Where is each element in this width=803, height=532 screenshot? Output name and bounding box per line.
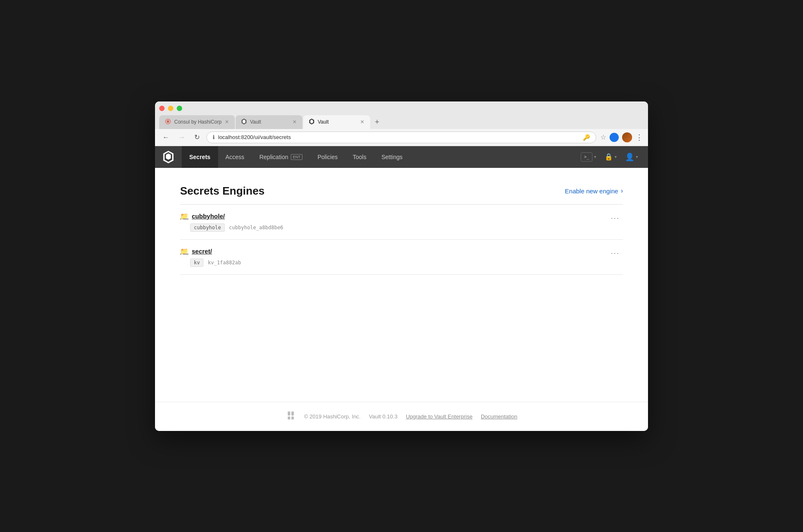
- window-controls: [159, 106, 644, 111]
- url-text: localhost:8200/ui/vault/secrets: [218, 134, 579, 140]
- address-icons: ☆ ⋮: [600, 132, 643, 142]
- consul-icon: [165, 119, 171, 126]
- engine-info-secret: 📁 secret/ kv kv_1fa882ab: [180, 247, 241, 267]
- engine-tag-secret: kv: [190, 258, 203, 267]
- terminal-button[interactable]: >_ ▾: [577, 151, 600, 163]
- engine-name-secret-label: secret/: [192, 248, 212, 255]
- user-avatar[interactable]: [622, 132, 632, 142]
- maximize-button[interactable]: [177, 106, 182, 111]
- tab-vault-2-close[interactable]: ✕: [360, 119, 364, 125]
- enable-engine-link[interactable]: Enable new engine ›: [565, 187, 623, 195]
- sync-icon: [610, 133, 619, 142]
- tab-vault-1-label: Vault: [250, 119, 261, 125]
- svg-rect-12: [291, 416, 294, 419]
- tab-vault-1-close[interactable]: ✕: [292, 119, 297, 125]
- close-button[interactable]: [159, 106, 165, 111]
- tab-vault-1[interactable]: Vault ✕: [236, 115, 302, 129]
- forward-button[interactable]: →: [176, 133, 188, 142]
- vault-tab-1-icon: [241, 119, 246, 126]
- engine-name-cubbyhole-label: cubbyhole/: [192, 213, 225, 220]
- svg-point-1: [167, 120, 169, 123]
- address-bar-row: ← → ↻ ℹ localhost:8200/ui/vault/secrets …: [155, 129, 648, 146]
- page-header: Secrets Engines Enable new engine ›: [180, 185, 623, 198]
- svg-rect-11: [287, 416, 290, 419]
- nav-right: >_ ▾ 🔒 ▾ 👤 ▾: [577, 151, 641, 163]
- ent-badge: ENT: [291, 154, 302, 160]
- terminal-chevron: ▾: [594, 155, 596, 159]
- vault-logo[interactable]: [162, 150, 175, 164]
- nav-access[interactable]: Access: [218, 146, 252, 168]
- engine-item-cubbyhole: 📁 cubbyhole/ cubbyhole cubbyhole_a8bd8be…: [180, 205, 623, 240]
- tab-consul-label: Consul by HashiCorp: [174, 119, 221, 125]
- engine-tags-secret: kv kv_1fa882ab: [180, 258, 241, 267]
- lock-icon: 🔒: [605, 153, 613, 161]
- hashicorp-logo: [286, 410, 296, 423]
- minimize-button[interactable]: [168, 106, 173, 111]
- nav-items: Secrets Access Replication ENT Policies …: [182, 146, 577, 168]
- reload-button[interactable]: ↻: [192, 132, 202, 142]
- nav-secrets-label: Secrets: [189, 154, 211, 160]
- engine-info-cubbyhole: 📁 cubbyhole/ cubbyhole cubbyhole_a8bd8be…: [180, 212, 283, 232]
- engine-id-cubbyhole: cubbyhole_a8bd8be6: [229, 225, 283, 231]
- new-tab-button[interactable]: +: [371, 117, 383, 128]
- vault-nav: Secrets Access Replication ENT Policies …: [155, 146, 648, 168]
- nav-replication-label: Replication: [259, 154, 288, 160]
- user-icon: 👤: [625, 152, 634, 162]
- browser-window: Consul by HashiCorp ✕ Vault ✕: [155, 101, 648, 431]
- page-footer: © 2019 HashiCorp, Inc. Vault 0.10.3 Upgr…: [155, 402, 648, 431]
- security-icon: ℹ: [213, 134, 215, 140]
- footer-version: Vault 0.10.3: [369, 413, 397, 420]
- user-button[interactable]: 👤 ▾: [622, 151, 641, 163]
- star-icon[interactable]: ☆: [600, 133, 606, 141]
- back-button[interactable]: ←: [160, 133, 172, 142]
- vault-tab-2-icon: [309, 119, 314, 126]
- footer-upgrade-link[interactable]: Upgrade to Vault Enterprise: [406, 413, 472, 420]
- chevron-right-icon: ›: [621, 187, 623, 195]
- nav-replication[interactable]: Replication ENT: [252, 146, 310, 168]
- nav-access-label: Access: [226, 154, 244, 160]
- engine-actions-cubbyhole[interactable]: ···: [607, 212, 623, 224]
- tab-vault-2-label: Vault: [318, 119, 328, 125]
- nav-policies-label: Policies: [318, 154, 338, 160]
- svg-rect-9: [287, 411, 290, 415]
- nav-tools[interactable]: Tools: [345, 146, 374, 168]
- svg-rect-10: [291, 411, 294, 415]
- menu-dots-icon[interactable]: ⋮: [635, 133, 643, 142]
- lock-button[interactable]: 🔒 ▾: [601, 151, 620, 162]
- lock-chevron: ▾: [615, 155, 617, 159]
- tabs-bar: Consul by HashiCorp ✕ Vault ✕: [159, 115, 644, 129]
- tab-consul[interactable]: Consul by HashiCorp ✕: [159, 115, 235, 129]
- enable-engine-label: Enable new engine: [565, 187, 618, 195]
- footer-docs-link[interactable]: Documentation: [481, 413, 517, 420]
- nav-secrets[interactable]: Secrets: [182, 146, 218, 168]
- key-icon: 🔑: [583, 134, 590, 141]
- footer-copyright: © 2019 HashiCorp, Inc.: [304, 413, 361, 420]
- engine-name-secret[interactable]: 📁 secret/: [180, 247, 241, 255]
- tab-vault-2[interactable]: Vault ✕: [303, 115, 370, 129]
- engine-name-cubbyhole[interactable]: 📁 cubbyhole/: [180, 212, 283, 220]
- folder-icon-cubbyhole: 📁: [180, 212, 188, 220]
- terminal-icon: >_: [581, 152, 592, 162]
- engine-id-secret: kv_1fa882ab: [208, 260, 241, 266]
- engine-tag-cubbyhole: cubbyhole: [190, 223, 225, 232]
- engine-item-secret: 📁 secret/ kv kv_1fa882ab ···: [180, 240, 623, 275]
- page-title: Secrets Engines: [180, 185, 264, 198]
- nav-settings[interactable]: Settings: [374, 146, 410, 168]
- folder-icon-secret: 📁: [180, 247, 188, 255]
- nav-tools-label: Tools: [353, 154, 366, 160]
- tab-consul-close[interactable]: ✕: [225, 119, 229, 125]
- engine-tags-cubbyhole: cubbyhole cubbyhole_a8bd8be6: [180, 223, 283, 232]
- engine-actions-secret[interactable]: ···: [607, 247, 623, 259]
- browser-chrome: Consul by HashiCorp ✕ Vault ✕: [155, 101, 648, 129]
- svg-marker-8: [166, 153, 171, 160]
- nav-settings-label: Settings: [381, 154, 403, 160]
- nav-policies[interactable]: Policies: [310, 146, 345, 168]
- page-content: Secrets Engines Enable new engine › 📁 cu…: [155, 168, 648, 360]
- user-chevron: ▾: [636, 155, 638, 159]
- address-bar[interactable]: ℹ localhost:8200/ui/vault/secrets 🔑: [206, 132, 596, 143]
